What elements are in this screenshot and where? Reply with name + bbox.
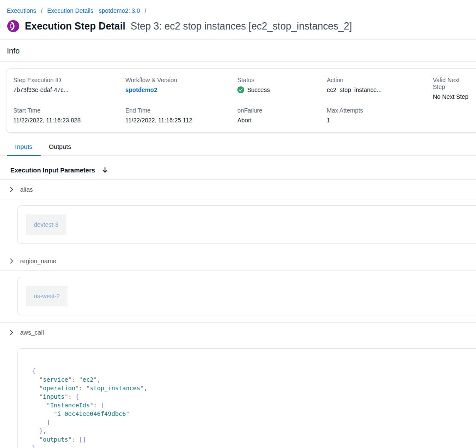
json-code: { "service": "ec2", "operation": "stop_i… [32, 367, 467, 448]
page-subtitle: Step 3: ec2 stop instances [ec2_stop_ins… [130, 21, 352, 32]
info-section-title: Info [0, 40, 476, 61]
breadcrumb-separator: / [41, 7, 42, 14]
collapse-arrow-down-icon[interactable] [101, 166, 109, 174]
breadcrumb-executions[interactable]: Executions [7, 7, 36, 14]
aws-call-content: { "service": "ec2", "operation": "stop_i… [0, 342, 476, 448]
expander-label: alias [20, 186, 33, 193]
field-label: Step Execution ID [13, 77, 121, 83]
alias-content: devtest-3 [0, 199, 476, 251]
tab-bar: Inputs Outputs [0, 139, 476, 156]
field-valid-next-step: Valid Next Step No Next Step [433, 77, 476, 100]
field-value: No Next Step [433, 93, 472, 100]
parameters-section-title: Execution Input Parameters [10, 166, 95, 174]
tab-inputs[interactable]: Inputs [7, 139, 41, 155]
aws-call-json-box: { "service": "ec2", "operation": "stop_i… [17, 348, 476, 448]
status-badge: Success [247, 86, 270, 93]
field-value: ec2_stop_instance... [327, 86, 429, 93]
success-status-icon [237, 86, 244, 93]
expander-aws-call[interactable]: aws_call [0, 323, 476, 342]
field-value: 11/22/2022, 11:16:25.112 [125, 117, 233, 124]
field-spacer [433, 107, 476, 124]
field-start-time: Start Time 11/22/2022, 11:16:23.828 [13, 107, 125, 124]
field-value: 7b73f93e-edaf-47c... [13, 86, 121, 93]
breadcrumb-execution-details[interactable]: Execution Details - spotdemo2: 3.0 [47, 7, 140, 14]
expander-alias[interactable]: alias [0, 180, 476, 199]
breadcrumb-separator: / [145, 7, 146, 14]
page-title: Execution Step Detail [25, 21, 125, 32]
field-value: 11/22/2022, 11:16:23.828 [13, 117, 121, 124]
chevron-right-icon [9, 258, 15, 264]
expander-region-name[interactable]: region_name [0, 251, 476, 271]
region-name-value-chip: us-west-2 [26, 286, 68, 306]
breadcrumb: Executions / Execution Details - spotdem… [0, 0, 476, 14]
brand-logo-icon [7, 20, 20, 33]
field-max-attempts: Max Attempts 1 [327, 107, 433, 124]
chevron-right-icon [9, 329, 15, 335]
alias-value-chip: devtest-3 [26, 214, 66, 235]
field-value: 1 [327, 117, 429, 124]
field-status: Status Success [237, 77, 327, 100]
field-label: onFailure [237, 107, 322, 114]
field-label: Start Time [13, 107, 121, 114]
field-label: Max Attempts [327, 107, 429, 114]
field-workflow-version: Workflow & Version spotdemo2 [125, 77, 237, 100]
field-value: Abort [237, 117, 322, 124]
field-end-time: End Time 11/22/2022, 11:16:25.112 [125, 107, 237, 124]
expander-label: aws_call [20, 329, 44, 336]
field-action: Action ec2_stop_instance... [327, 77, 433, 100]
expander-label: region_name [20, 258, 56, 264]
page-header: Execution Step Detail Step 3: ec2 stop i… [0, 14, 476, 39]
info-card: Step Execution ID 7b73f93e-edaf-47c... W… [6, 68, 476, 133]
field-label: End Time [125, 107, 233, 114]
region-name-content: us-west-2 [0, 271, 476, 323]
execution-input-parameters-header: Execution Input Parameters [0, 156, 476, 180]
field-label: Status [237, 77, 322, 83]
info-divider [0, 61, 476, 62]
workflow-link[interactable]: spotdemo2 [125, 86, 157, 93]
alias-value-box: devtest-3 [17, 205, 476, 244]
field-label: Action [327, 77, 429, 83]
field-label: Valid Next Step [433, 77, 472, 90]
tab-outputs[interactable]: Outputs [41, 139, 80, 155]
field-on-failure: onFailure Abort [237, 107, 327, 124]
field-step-execution-id: Step Execution ID 7b73f93e-edaf-47c... [13, 77, 125, 100]
chevron-right-icon [9, 187, 15, 193]
field-label: Workflow & Version [125, 77, 233, 83]
region-name-value-box: us-west-2 [17, 277, 476, 315]
